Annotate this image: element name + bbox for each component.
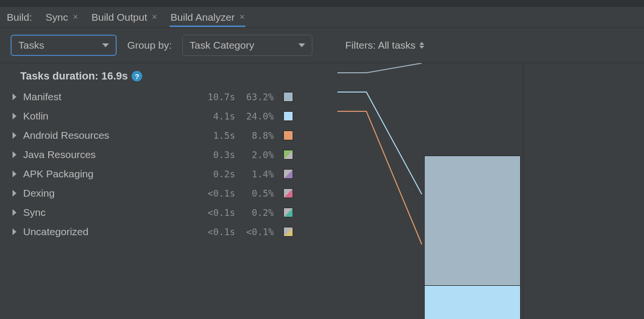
category-name: Dexing — [23, 187, 192, 199]
task-category-row[interactable]: Kotlin 4.1s 24.0% — [12, 106, 523, 126]
category-duration: 4.1s — [192, 111, 235, 121]
view-select[interactable]: Tasks — [11, 35, 117, 56]
task-category-row[interactable]: Manifest 10.7s 63.2% — [12, 87, 523, 106]
category-duration: 0.3s — [192, 149, 235, 160]
group-by-select[interactable]: Task Category — [182, 35, 312, 56]
chevron-right-icon — [13, 93, 16, 100]
category-percent: 24.0% — [235, 111, 274, 121]
chart-segment — [425, 285, 520, 319]
tab-sync[interactable]: Sync × — [46, 8, 78, 27]
chevron-down-icon — [102, 43, 109, 47]
color-swatch — [283, 227, 293, 237]
category-percent: 2.0% — [235, 149, 274, 160]
tab-build-analyzer[interactable]: Build Analyzer × — [171, 8, 245, 27]
view-select-value: Tasks — [18, 40, 44, 51]
close-icon[interactable]: × — [73, 12, 78, 22]
chevron-right-icon — [13, 113, 16, 120]
title-text: Tasks duration: 16.9s — [20, 70, 128, 82]
filters-label: Filters: All tasks — [345, 40, 416, 51]
color-swatch — [283, 208, 293, 217]
chevron-right-icon — [13, 209, 16, 216]
group-by-label: Group by: — [127, 40, 172, 51]
tab-label: Build Analyzer — [171, 12, 235, 23]
tasks-duration-title: Tasks duration: 16.9s ? — [12, 70, 523, 82]
category-duration: <0.1s — [192, 188, 235, 199]
close-icon[interactable]: × — [240, 12, 245, 22]
chart-segment — [425, 156, 520, 285]
category-name: Android Resources — [23, 130, 192, 141]
color-swatch — [283, 92, 293, 102]
tab-label: Build Output — [92, 12, 148, 23]
close-icon[interactable]: × — [152, 12, 157, 22]
chevron-right-icon — [13, 171, 16, 177]
category-name: APK Packaging — [23, 168, 192, 180]
category-percent: 8.8% — [235, 130, 274, 141]
category-percent: 0.5% — [235, 188, 274, 199]
category-name: Manifest — [23, 91, 192, 103]
color-swatch — [283, 150, 293, 160]
category-name: Java Resources — [23, 149, 192, 160]
category-percent: <0.1% — [235, 226, 274, 237]
stacked-duration-chart — [424, 156, 521, 319]
category-duration: 0.2s — [192, 169, 235, 179]
color-swatch — [283, 111, 293, 121]
category-duration: 10.7s — [192, 92, 235, 102]
chevron-right-icon — [13, 190, 16, 197]
tab-label: Sync — [46, 12, 68, 23]
category-duration: <0.1s — [192, 226, 235, 237]
color-swatch — [283, 169, 293, 179]
analyzer-content: Tasks duration: 16.9s ? Manifest 10.7s 6… — [0, 63, 644, 319]
category-name: Kotlin — [23, 110, 192, 122]
group-by-value: Task Category — [189, 40, 254, 51]
chevron-right-icon — [13, 228, 16, 235]
task-category-row[interactable]: Android Resources 1.5s 8.8% — [12, 126, 523, 145]
category-duration: <0.1s — [192, 207, 235, 218]
chevron-right-icon — [13, 132, 16, 139]
filters-button[interactable]: Filters: All tasks — [345, 40, 424, 51]
category-percent: 63.2% — [235, 92, 274, 102]
category-name: Sync — [23, 207, 192, 218]
color-swatch — [283, 131, 293, 140]
tab-build-output[interactable]: Build Output × — [92, 8, 157, 27]
analyzer-toolbar: Tasks Group by: Task Category Filters: A… — [0, 28, 644, 63]
category-name: Uncategorized — [23, 226, 192, 238]
details-panel — [523, 63, 644, 319]
window-top-strip — [0, 0, 644, 7]
category-percent: 1.4% — [235, 169, 274, 179]
sort-icon — [419, 42, 424, 49]
category-duration: 1.5s — [192, 130, 235, 141]
build-label: Build: — [7, 12, 32, 23]
color-swatch — [283, 188, 293, 198]
category-percent: 0.2% — [235, 207, 274, 218]
help-icon[interactable]: ? — [132, 71, 142, 81]
build-tab-bar: Build: Sync × Build Output × Build Analy… — [0, 7, 644, 28]
chevron-down-icon — [298, 43, 305, 47]
chevron-right-icon — [13, 151, 16, 158]
